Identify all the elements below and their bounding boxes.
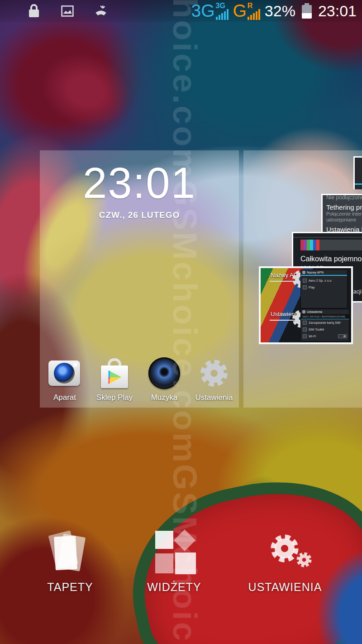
settings-section-header: SIECI ZWYKŁE I BEZPRZEWODOWE bbox=[301, 314, 349, 319]
missed-call-icon bbox=[94, 3, 108, 19]
inset-window-edge bbox=[353, 156, 362, 189]
music-app-icon bbox=[148, 357, 181, 389]
app-aparat[interactable]: Aparat bbox=[40, 357, 90, 402]
status-time: 23:01 bbox=[318, 2, 357, 20]
sim1-network-indicator: 3G 3G bbox=[191, 2, 228, 20]
battery-icon bbox=[302, 3, 312, 19]
inset-window-widget-picker: Nazwy APN Nazwy APN Aero 2 Sp. z o.o. Pl… bbox=[259, 266, 353, 344]
settings-gear-app-icon bbox=[198, 357, 230, 389]
inset-window-tethering: Nie podłączono USB Tethering przez Połąc… bbox=[321, 194, 362, 233]
radio-icon bbox=[303, 285, 307, 289]
wallpapers-option[interactable]: TAPETY bbox=[41, 531, 100, 594]
settings-mini-icon bbox=[302, 310, 305, 313]
storage-usage-bar bbox=[300, 240, 362, 250]
radio-icon bbox=[303, 279, 307, 283]
play-store-app-icon bbox=[98, 357, 131, 389]
battery-percent: 32% bbox=[265, 2, 295, 20]
option-label: TAPETY bbox=[47, 581, 93, 594]
app-label: Ustawienia bbox=[195, 393, 233, 402]
tethering-item-title: Tethering przez bbox=[326, 203, 362, 211]
android-home-screen-edit-mode: 3G 3G G R 32% 23:01 23:01 CZW., 26 LUTEG… bbox=[0, 0, 362, 644]
storage-total-title: Całkowita pojemność bbox=[300, 255, 362, 263]
apn-mini-icon bbox=[302, 271, 305, 274]
app-label: Muzyka bbox=[151, 393, 178, 402]
apn-widget-thumbnail[interactable]: Nazwy APN Aero 2 Sp. z o.o. Play bbox=[300, 269, 348, 308]
clock-date: CZW., 26 LUTEGO bbox=[40, 210, 239, 220]
sim2-network-type: G bbox=[233, 2, 247, 20]
sim2-network-indicator: G R bbox=[233, 2, 260, 20]
wallpapers-icon bbox=[48, 531, 93, 576]
camera-app-icon bbox=[48, 357, 81, 389]
tethering-item-subtitle: udostępniane bbox=[326, 217, 362, 223]
app-ustawienia[interactable]: Ustawienia bbox=[189, 357, 239, 402]
app-sklep-play[interactable]: Sklep Play bbox=[90, 357, 139, 402]
app-muzyka[interactable]: Muzyka bbox=[139, 357, 189, 402]
sim1-signal-bars-icon bbox=[216, 9, 229, 20]
settings-widget-thumbnail[interactable]: Ustawienia SIECI ZWYKŁE I BEZPRZEWODOWE … bbox=[300, 309, 349, 341]
sim1-network-type: 3G bbox=[191, 2, 214, 20]
app-label: Sklep Play bbox=[96, 393, 133, 402]
clock-widget[interactable]: 23:01 CZW., 26 LUTEGO bbox=[40, 159, 239, 220]
sim1-network-badge: 3G bbox=[216, 3, 225, 9]
wifi-icon bbox=[303, 334, 307, 338]
lock-icon bbox=[27, 3, 41, 19]
bluetooth-icon bbox=[303, 341, 307, 341]
settings-option[interactable]: USTAWIENIA bbox=[251, 531, 319, 594]
app-label: Aparat bbox=[53, 393, 76, 402]
settings-gears-icon bbox=[262, 531, 308, 576]
option-label: USTAWIENIA bbox=[248, 581, 322, 594]
bluetooth-toggle[interactable] bbox=[338, 341, 347, 341]
sim2-signal-bars-icon bbox=[248, 9, 260, 20]
tethering-item-subtitle: Połączenie interneto bbox=[326, 211, 362, 217]
wifi-toggle[interactable] bbox=[338, 334, 347, 338]
tethering-clipped-line: Nie podłączono USB bbox=[326, 194, 362, 201]
status-bar: 3G 3G G R 32% 23:01 bbox=[0, 0, 362, 22]
option-label: WIDŻETY bbox=[147, 581, 201, 594]
sim-toolkit-icon bbox=[303, 327, 307, 332]
clock-time: 23:01 bbox=[40, 159, 239, 207]
widgets-option[interactable]: WIDŻETY bbox=[145, 531, 204, 594]
widgets-icon bbox=[152, 531, 197, 576]
screenshot-icon bbox=[61, 3, 74, 19]
sim2-network-badge: R bbox=[248, 3, 253, 9]
sim-icon bbox=[303, 321, 307, 325]
app-row: Aparat Sklep Play Muzyka Ustawienia bbox=[40, 357, 239, 402]
